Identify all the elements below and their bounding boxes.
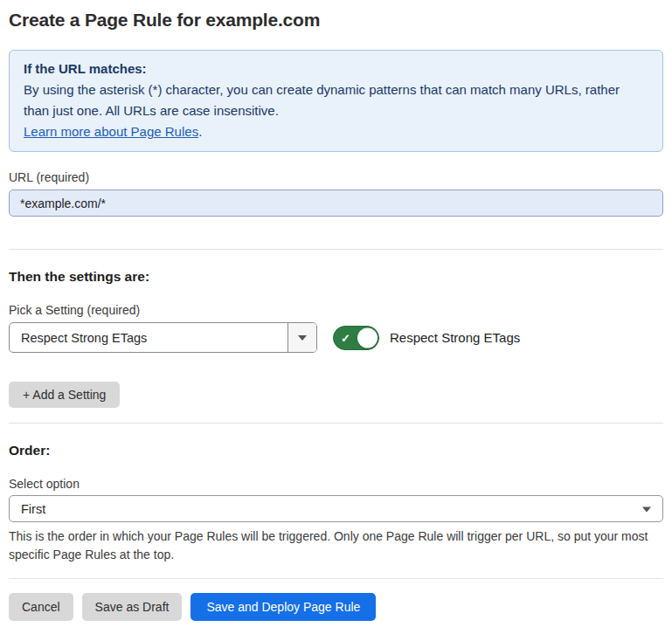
setting-select-arrow-button[interactable] — [288, 323, 316, 352]
toggle-knob — [357, 327, 378, 348]
toggle-label: Respect Strong ETags — [390, 330, 520, 345]
setting-row: Respect Strong ETags ✓ Respect Strong ET… — [9, 322, 663, 353]
check-icon: ✓ — [341, 332, 350, 343]
dropdown-arrow-icon — [298, 335, 307, 341]
page-title: Create a Page Rule for example.com — [9, 0, 663, 31]
setting-select-value: Respect Strong ETags — [10, 323, 288, 352]
info-box-body: By using the asterisk (*) character, you… — [24, 79, 648, 121]
setting-picker-label: Pick a Setting (required) — [9, 303, 663, 318]
order-select-value: First — [21, 502, 45, 516]
order-section-heading: Order: — [9, 442, 663, 458]
url-field-label: URL (required) — [9, 170, 663, 185]
url-input[interactable] — [9, 189, 663, 217]
settings-section-heading: Then the settings are: — [9, 268, 663, 285]
divider — [9, 249, 663, 250]
save-and-deploy-button[interactable]: Save and Deploy Page Rule — [191, 593, 376, 621]
save-as-draft-button[interactable]: Save as Draft — [82, 593, 183, 621]
order-help-text: This is the order in which your Page Rul… — [9, 527, 655, 564]
learn-more-link[interactable]: Learn more about Page Rules — [24, 124, 198, 139]
add-setting-button[interactable]: + Add a Setting — [9, 382, 120, 408]
create-page-rule-form: Create a Page Rule for example.com If th… — [0, 0, 672, 627]
chevron-down-icon — [642, 506, 651, 512]
setting-toggle[interactable]: ✓ — [333, 326, 379, 350]
divider — [9, 578, 663, 579]
order-select-label: Select option — [9, 477, 663, 492]
order-select[interactable]: First — [9, 495, 663, 522]
info-box-heading: If the URL matches: — [24, 59, 648, 79]
divider — [9, 423, 663, 424]
url-match-info-box: If the URL matches: By using the asteris… — [9, 50, 663, 152]
info-box-link-line: Learn more about Page Rules. — [24, 121, 648, 142]
link-suffix: . — [198, 124, 202, 139]
footer-actions: Cancel Save as Draft Save and Deploy Pag… — [9, 593, 663, 621]
setting-select[interactable]: Respect Strong ETags — [9, 322, 317, 353]
cancel-button[interactable]: Cancel — [9, 593, 73, 621]
